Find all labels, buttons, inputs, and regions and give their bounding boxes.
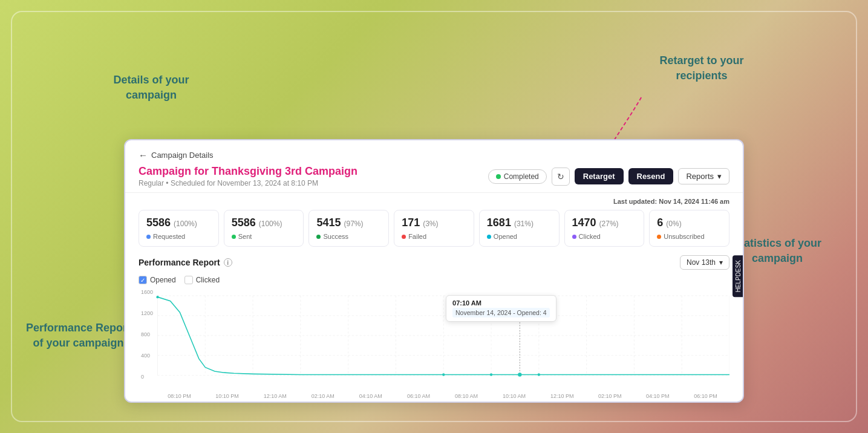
stat-pct: (3%)	[423, 220, 438, 228]
legend-checkbox[interactable]: ✓	[139, 276, 147, 284]
panel-header: ← Campaign Details Campaign for Thanksgi…	[125, 140, 743, 193]
stat-label-text: Success	[323, 233, 348, 240]
svg-point-19	[442, 373, 445, 376]
stat-dot-icon	[402, 235, 406, 239]
stat-label-text: Opened	[494, 233, 517, 240]
y-axis-label: 1600	[141, 289, 153, 295]
stat-card: 6 (0%) Unsubscribed	[649, 210, 729, 247]
svg-point-18	[156, 296, 158, 298]
x-axis: 08:10 PM10:10 PM12:10 AM02:10 AM04:10 AM…	[139, 393, 729, 399]
perf-header: Performance Report i Nov 13th ▾	[139, 255, 729, 270]
back-label: Campaign Details	[151, 151, 214, 160]
chevron-down-icon: ▾	[719, 258, 723, 267]
perf-section: Performance Report i Nov 13th ▾ ✓OpenedC…	[125, 255, 743, 403]
ui-panel: ← Campaign Details Campaign for Thanksgi…	[124, 139, 744, 403]
stat-number: 171 (3%)	[402, 217, 466, 229]
campaign-info: Campaign for Thanksgiving 3rd Campaign R…	[139, 165, 357, 187]
x-axis-label: 02:10 AM	[299, 393, 347, 399]
svg-point-23	[518, 373, 521, 377]
x-axis-label: 02:10 PM	[586, 393, 634, 399]
legend-label: Opened	[150, 276, 176, 284]
legend-checkbox[interactable]	[184, 276, 193, 284]
stat-label-text: Requested	[153, 233, 185, 240]
y-axis-label: 400	[141, 353, 153, 359]
campaign-subtitle: Regular • Scheduled for November 13, 202…	[139, 179, 357, 187]
retarget-button[interactable]: Retarget	[575, 168, 624, 184]
stat-number: 1681 (31%)	[487, 217, 552, 229]
y-axis-label: 800	[141, 331, 153, 337]
campaign-name: Thanksgiving 3rd Campaign	[212, 165, 357, 177]
stat-label: Opened	[487, 233, 552, 240]
reports-label: Reports	[686, 172, 714, 181]
stat-dot-icon	[146, 235, 151, 239]
chart-tooltip: 07:10 AM November 14, 2024 - Opened: 4	[446, 295, 556, 322]
stat-card: 5415 (97%) Success	[308, 210, 389, 247]
legend-item: Clicked	[184, 276, 220, 284]
y-axis-label: 0	[141, 374, 153, 380]
stat-label: Success	[316, 233, 381, 240]
y-axis-label: 1200	[141, 310, 153, 316]
x-axis-label: 12:10 PM	[538, 393, 586, 399]
refresh-button[interactable]: ↻	[552, 168, 570, 186]
annotation-retarget: Retarget to your recipients	[635, 53, 768, 83]
date-filter-label: Nov 13th	[687, 258, 716, 267]
chart-container: 160012008004000	[139, 289, 729, 392]
y-axis-labels: 160012008004000	[139, 289, 155, 380]
stat-label: Failed	[402, 233, 466, 240]
stat-number: 5415 (97%)	[316, 217, 381, 229]
legend-label: Clicked	[196, 276, 220, 284]
chart-legend: ✓OpenedClicked	[139, 276, 729, 284]
back-arrow-icon: ←	[139, 150, 148, 160]
x-axis-label: 10:10 AM	[491, 393, 538, 399]
last-updated-label: Last updated:	[613, 198, 657, 205]
stat-pct: (97%)	[344, 220, 363, 228]
svg-point-20	[490, 373, 492, 376]
last-updated-value: Nov 14, 2024 11:46 am	[659, 198, 729, 205]
legend-item: ✓Opened	[139, 276, 176, 284]
reports-dropdown[interactable]: Reports ▾	[678, 168, 729, 184]
stat-label: Unsubscribed	[657, 233, 722, 240]
stat-pct: (100%)	[174, 220, 197, 228]
stat-card: 171 (3%) Failed	[394, 210, 474, 247]
stat-number: 6 (0%)	[657, 217, 722, 229]
date-filter-dropdown[interactable]: Nov 13th ▾	[680, 255, 729, 270]
svg-point-21	[538, 373, 540, 376]
stat-card: 1681 (31%) Opened	[479, 210, 560, 247]
helpdesk-tab[interactable]: HELPDESK	[733, 255, 744, 297]
stat-number: 1470 (27%)	[572, 217, 637, 229]
stat-label-text: Unsubscribed	[664, 233, 704, 240]
stat-card: 5586 (100%) Sent	[224, 210, 304, 247]
chevron-down-icon: ▾	[717, 172, 722, 181]
perf-title: Performance Report i	[139, 258, 232, 267]
stat-label: Clicked	[572, 233, 637, 240]
status-label: Completed	[504, 172, 539, 181]
stats-grid: 5586 (100%) Requested 5586 (100%) Sent 5…	[139, 210, 729, 247]
stat-label: Sent	[232, 233, 296, 240]
status-dot-icon	[496, 174, 501, 179]
back-link[interactable]: ← Campaign Details	[139, 150, 729, 160]
stat-label-text: Failed	[408, 233, 426, 240]
x-axis-label: 12:10 AM	[251, 393, 299, 399]
info-icon[interactable]: i	[224, 258, 232, 267]
x-axis-label: 04:10 PM	[634, 393, 682, 399]
stat-number: 5586 (100%)	[146, 217, 211, 229]
x-axis-label: 08:10 AM	[442, 393, 490, 399]
campaign-title: Campaign for Thanksgiving 3rd Campaign	[139, 165, 357, 178]
stat-card: 1470 (27%) Clicked	[564, 210, 645, 247]
outer-wrapper: Details of your campaign Retarget to you…	[11, 11, 857, 422]
x-axis-label: 04:10 AM	[347, 393, 394, 399]
resend-button[interactable]: Resend	[628, 168, 674, 184]
chart-date-label: November 13, 2024	[409, 402, 468, 403]
x-axis-label: 06:10 PM	[682, 393, 729, 399]
stat-dot-icon	[657, 235, 661, 239]
stat-dot-icon	[316, 235, 321, 239]
tooltip-time: 07:10 AM	[452, 299, 550, 307]
chart-svg	[139, 289, 729, 392]
stat-label-text: Clicked	[579, 233, 601, 240]
stat-pct: (100%)	[259, 220, 282, 228]
stat-card: 5586 (100%) Requested	[139, 210, 219, 247]
annotation-perf: Performance Report of your campaign	[25, 321, 131, 351]
stat-label: Requested	[146, 233, 211, 240]
x-axis-label: 10:10 PM	[203, 393, 251, 399]
status-badge: Completed	[488, 169, 547, 184]
